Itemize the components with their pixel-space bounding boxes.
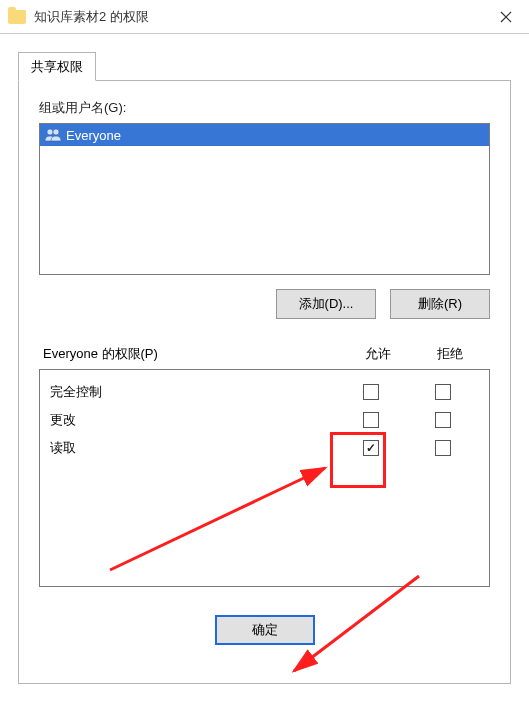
groups-label: 组或用户名(G): [39, 99, 490, 117]
svg-point-3 [53, 129, 59, 135]
window-title: 知识库素材2 的权限 [34, 8, 149, 26]
permissions-header: Everyone 的权限(P) 允许 拒绝 [39, 345, 490, 363]
dialog-content: 共享权限 组或用户名(G): Everyone 添加(D)... [0, 34, 529, 694]
remove-button[interactable]: 删除(R) [390, 289, 490, 319]
permissions-section: Everyone 的权限(P) 允许 拒绝 [39, 345, 490, 363]
list-item-name: Everyone [66, 128, 121, 143]
tab-share-permissions[interactable]: 共享权限 [18, 52, 96, 81]
add-button-label: 添加(D)... [299, 296, 354, 311]
tab-body: 组或用户名(G): Everyone 添加(D)... 删除(R [18, 80, 511, 684]
col-allow-header: 允许 [342, 345, 414, 363]
svg-point-2 [47, 129, 53, 135]
perm-name: 更改 [50, 411, 335, 429]
checkbox-allow-read[interactable] [363, 440, 379, 456]
permissions-label: Everyone 的权限(P) [43, 345, 342, 363]
remove-button-label: 删除(R) [418, 296, 462, 311]
list-item[interactable]: Everyone [40, 124, 489, 146]
ok-row: 确定 [39, 615, 490, 645]
close-icon [500, 11, 512, 23]
checkbox-allow-full[interactable] [363, 384, 379, 400]
tab-label: 共享权限 [31, 59, 83, 74]
perm-row: 完全控制 [44, 378, 485, 406]
titlebar: 知识库素材2 的权限 [0, 0, 529, 34]
perm-row: 读取 [44, 434, 485, 462]
annotation-arrow-1 [100, 460, 340, 580]
add-button[interactable]: 添加(D)... [276, 289, 376, 319]
tab-strip: 共享权限 [18, 52, 511, 81]
checkbox-allow-change[interactable] [363, 412, 379, 428]
ok-button[interactable]: 确定 [215, 615, 315, 645]
groups-listbox[interactable]: Everyone [39, 123, 490, 275]
checkbox-deny-read[interactable] [435, 440, 451, 456]
ok-button-label: 确定 [252, 622, 278, 637]
permissions-box: 完全控制 更改 读取 [39, 369, 490, 587]
users-icon [44, 128, 62, 142]
checkbox-deny-full[interactable] [435, 384, 451, 400]
perm-name: 完全控制 [50, 383, 335, 401]
perm-row: 更改 [44, 406, 485, 434]
svg-line-4 [110, 468, 325, 570]
perm-name: 读取 [50, 439, 335, 457]
checkbox-deny-change[interactable] [435, 412, 451, 428]
close-button[interactable] [483, 0, 529, 34]
group-buttons-row: 添加(D)... 删除(R) [39, 289, 490, 319]
col-deny-header: 拒绝 [414, 345, 486, 363]
folder-icon [8, 10, 26, 24]
